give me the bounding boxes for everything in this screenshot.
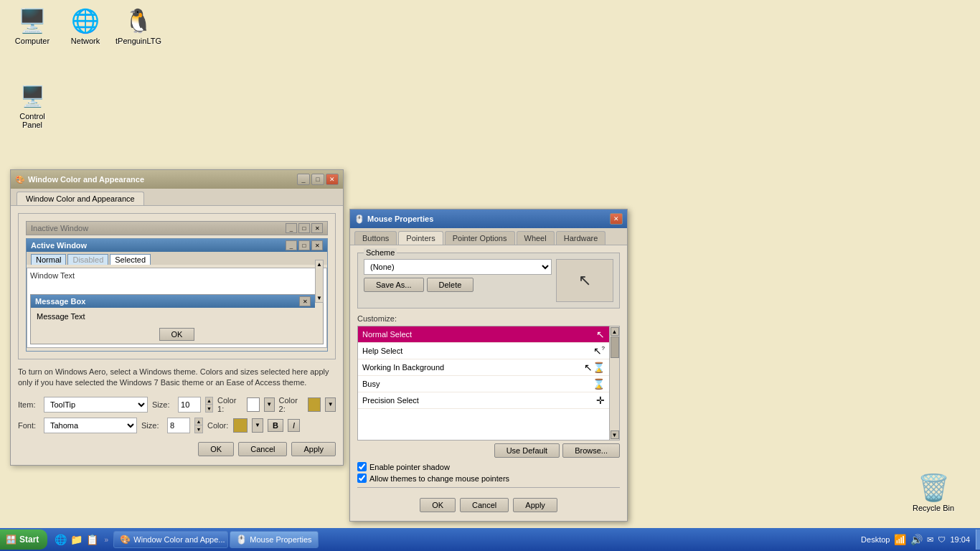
wca-window: 🎨 Window Color and Appearance _ □ ✕ Wind… [10, 169, 344, 466]
cursor-item-working[interactable]: Working In Background ↖⌛ [358, 359, 609, 376]
allow-themes-checkbox[interactable] [357, 474, 367, 483]
tab-pointer-options[interactable]: Pointer Options [445, 231, 515, 245]
size-input[interactable] [178, 397, 201, 413]
cursor-list-scrollbar[interactable]: ▲ ▼ [609, 326, 619, 440]
tray-security-icon[interactable]: 🛡 [938, 535, 946, 544]
start-icon: 🪟 [6, 534, 17, 545]
enable-shadow-label: Enable pointer shadow [369, 463, 450, 471]
demo-tab-normal: Normal [31, 254, 66, 265]
tab-wheel[interactable]: Wheel [517, 231, 555, 245]
desktop-icon-network[interactable]: 🌐 Network [60, 4, 110, 48]
scheme-row: (None) [364, 259, 552, 275]
quicklaunch-ie[interactable]: 🌐 [53, 531, 67, 548]
cursor-precision-icon: ✛ [596, 395, 605, 406]
wca-title: 🎨 Window Color and Appearance [15, 175, 144, 184]
tray-volume-icon[interactable]: 🔊 [910, 534, 923, 545]
font-color-dropdown[interactable]: ▼ [252, 418, 263, 433]
tray-desktop-label[interactable]: Desktop [861, 535, 890, 544]
mouse-ok-button[interactable]: OK [420, 498, 456, 512]
scheme-content: (None) Save As... Delete ↖ [364, 259, 613, 302]
desktop-icon-computer[interactable]: 🖥️ Computer [7, 4, 57, 48]
demo-close-btn: ✕ [311, 223, 323, 233]
active-demo-max-btn: □ [298, 240, 310, 250]
taskbar-item-wca[interactable]: 🎨 Window Color and Appe... [113, 531, 228, 548]
mouse-apply-button[interactable]: Apply [513, 498, 557, 512]
wca-ok-button[interactable]: OK [198, 442, 234, 456]
wca-font-row: Font: Tahoma Size: ▲▼ Color: ▼ B I [18, 418, 336, 433]
italic-button[interactable]: I [288, 419, 300, 432]
cursor-item-busy[interactable]: Busy ⌛ [358, 376, 609, 392]
wca-maximize-button[interactable]: □ [311, 174, 324, 185]
cursor-item-normal[interactable]: Normal Select ↖ [358, 326, 609, 343]
scroll-thumb[interactable] [611, 336, 619, 358]
tray-network-icon[interactable]: 📶 [894, 534, 906, 545]
item-label: Item: [18, 400, 39, 409]
mouse-title: 🖱️ Mouse Properties [354, 215, 433, 224]
taskbar-item-wca-label: Window Color and Appe... [133, 535, 225, 544]
color2-dropdown[interactable]: ▼ [325, 397, 336, 412]
active-window-demo: Active Window _ □ ✕ Normal Disabled Sele… [26, 238, 328, 352]
computer-icon: 🖥️ [18, 6, 47, 35]
cursor-working-icon: ↖⌛ [584, 362, 605, 373]
cursor-normal-icon: ↖ [596, 329, 605, 340]
font-select[interactable]: Tahoma [44, 418, 137, 433]
cursor-help-icon: ↖? [593, 345, 605, 357]
desktop-icon-tpenguin[interactable]: 🐧 tPenguinLTG [113, 4, 164, 48]
desktop-icon-control-panel[interactable]: 🖥️ Control Panel [7, 79, 57, 132]
wca-cancel-button[interactable]: Cancel [238, 442, 287, 456]
mouse-close-button[interactable]: ✕ [610, 213, 623, 225]
recycle-bin[interactable]: 🗑️ Recycle Bin [908, 471, 958, 515]
save-as-button[interactable]: Save As... [364, 278, 424, 292]
recycle-bin-icon: 🗑️ [919, 474, 948, 502]
scheme-select[interactable]: (None) [364, 259, 552, 275]
quicklaunch-folder[interactable]: 📁 [69, 531, 83, 548]
start-button[interactable]: 🪟 Start [0, 529, 47, 550]
delete-button[interactable]: Delete [427, 278, 474, 292]
wca-minimize-button[interactable]: _ [297, 174, 310, 185]
tab-buttons[interactable]: Buttons [354, 231, 397, 245]
cursor-item-help[interactable]: Help Select ↖? [358, 343, 609, 359]
font-size-label: Size: [141, 421, 163, 430]
tab-pointers[interactable]: Pointers [398, 231, 443, 245]
cursor-list[interactable]: Normal Select ↖ Help Select ↖? Working I… [358, 326, 609, 440]
msg-text: Message Text [37, 312, 85, 321]
browse-button[interactable]: Browse... [562, 443, 620, 458]
show-desktop-button[interactable] [976, 529, 980, 550]
control-panel-icon: 🖥️ [18, 82, 47, 110]
bold-button[interactable]: B [268, 419, 283, 432]
quicklaunch-more[interactable]: » [100, 531, 112, 548]
color1-dropdown[interactable]: ▼ [264, 397, 275, 412]
scheme-buttons: Save As... Delete [364, 278, 552, 292]
taskbar-item-mouse[interactable]: 🖱️ Mouse Properties [230, 531, 318, 548]
cursor-item-precision[interactable]: Precision Select ✛ [358, 392, 609, 409]
tray-im-icon[interactable]: ✉ [927, 535, 933, 545]
enable-shadow-row: Enable pointer shadow [357, 462, 620, 471]
msg-ok-button[interactable]: OK [159, 328, 195, 341]
font-size-spin[interactable]: ▲▼ [194, 418, 203, 433]
color2-box[interactable] [308, 397, 321, 412]
preview-cursor-icon: ↖ [578, 271, 591, 290]
tab-hardware[interactable]: Hardware [556, 231, 606, 245]
font-color-box[interactable] [233, 418, 248, 433]
scroll-down-button[interactable]: ▼ [611, 430, 619, 439]
allow-themes-label: Allow themes to change mouse pointers [369, 474, 509, 483]
mouse-cancel-button[interactable]: Cancel [460, 498, 509, 512]
computer-label: Computer [15, 37, 50, 45]
use-default-button[interactable]: Use Default [494, 443, 560, 458]
window-text-demo: Window Text ▲ ▼ Message Box [27, 268, 327, 348]
default-browse-row: Use Default Browse... [357, 443, 620, 458]
enable-shadow-checkbox[interactable] [357, 462, 367, 471]
wca-bottom-buttons: OK Cancel Apply [18, 438, 336, 458]
scheme-left: (None) Save As... Delete [364, 259, 552, 292]
color1-box[interactable] [247, 397, 260, 412]
quicklaunch-extra[interactable]: 📋 [85, 531, 99, 548]
item-select[interactable]: ToolTip [44, 397, 148, 413]
size-spin[interactable]: ▲▼ [205, 397, 213, 413]
wca-close-button[interactable]: ✕ [326, 174, 339, 185]
wca-apply-button[interactable]: Apply [291, 442, 336, 456]
font-size-input[interactable] [167, 418, 190, 433]
mouse-body: Scheme (None) Save As... Delete [350, 245, 627, 521]
wca-titlebar-controls: _ □ ✕ [297, 174, 339, 185]
scroll-up-button[interactable]: ▲ [611, 327, 619, 336]
wca-tab-main[interactable]: Window Color and Appearance [17, 192, 144, 205]
